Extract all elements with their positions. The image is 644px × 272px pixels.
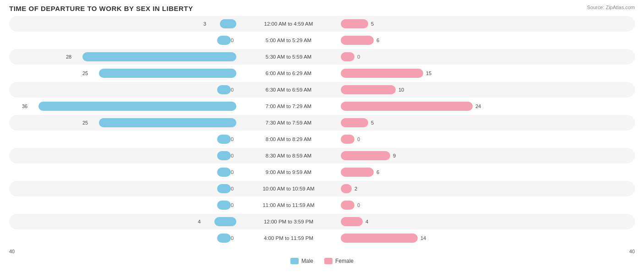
male-bar: [38, 102, 236, 111]
right-bar-area: 15: [339, 69, 568, 78]
male-value: 4: [198, 219, 201, 224]
right-bar-area: 6: [339, 168, 568, 177]
right-bar-area: 5: [339, 118, 568, 127]
female-value: 24: [475, 103, 481, 109]
female-value: 5: [371, 21, 374, 27]
female-value: 14: [420, 235, 426, 241]
male-value-zero: 0: [231, 169, 234, 175]
right-bar-area: 4: [339, 217, 568, 226]
female-bar-stub: [341, 52, 355, 61]
left-bar-area: 36: [9, 102, 238, 111]
left-bar-area: 0: [9, 234, 238, 243]
female-value-zero: 0: [357, 136, 360, 142]
female-bar-stub: [341, 201, 355, 210]
left-bar-area: 25: [9, 118, 238, 127]
left-bar-area: 0: [9, 36, 238, 45]
chart-container: TIME OF DEPARTURE TO WORK BY SEX IN LIBE…: [0, 0, 644, 272]
right-bar-area: 24: [339, 102, 568, 111]
right-bar-area: 0: [339, 52, 568, 61]
legend-male-label: Male: [301, 258, 313, 264]
legend: Male Female: [9, 258, 635, 264]
female-bar: [341, 85, 396, 94]
female-bar: [341, 118, 368, 127]
male-value-zero: 0: [231, 235, 234, 241]
male-value-zero: 0: [231, 186, 234, 191]
time-label: 11:00 AM to 11:59 AM: [238, 202, 339, 208]
male-bar-stub: [217, 201, 231, 210]
chart-row: 08:00 AM to 8:29 AM0: [9, 131, 635, 147]
chart-row: 04:00 PM to 11:59 PM14: [9, 230, 635, 246]
male-value: 25: [82, 120, 88, 125]
left-bar-area: 25: [9, 69, 238, 78]
time-label: 12:00 PM to 3:59 PM: [238, 219, 339, 224]
time-label: 5:30 AM to 5:59 AM: [238, 54, 339, 60]
chart-row: 256:00 AM to 6:29 AM15: [9, 65, 635, 81]
time-label: 7:30 AM to 7:59 AM: [238, 120, 339, 125]
female-value: 6: [377, 38, 379, 43]
chart-row: 011:00 AM to 11:59 AM0: [9, 197, 635, 213]
male-bar: [99, 118, 236, 127]
female-bar: [341, 151, 390, 160]
female-bar: [341, 168, 374, 177]
right-bar-area: 0: [339, 201, 568, 210]
male-value-zero: 0: [231, 38, 234, 43]
chart-row: 367:00 AM to 7:29 AM24: [9, 98, 635, 114]
male-value-zero: 0: [231, 153, 234, 158]
time-label: 8:30 AM to 8:59 AM: [238, 153, 339, 158]
legend-male-box: [290, 258, 299, 264]
chart-row: 285:30 AM to 5:59 AM0: [9, 49, 635, 65]
time-label: 5:00 AM to 5:29 AM: [238, 38, 339, 43]
male-bar-stub: [217, 168, 231, 177]
time-label: 8:00 AM to 8:29 AM: [238, 136, 339, 142]
time-label: 6:30 AM to 6:59 AM: [238, 87, 339, 92]
axis-left: 40: [9, 249, 15, 254]
source-text: Source: ZipAtlas.com: [587, 5, 635, 10]
female-bar: [341, 36, 374, 45]
male-value: 3: [203, 21, 206, 27]
female-value: 5: [371, 120, 374, 125]
female-bar: [341, 234, 418, 243]
right-bar-area: 0: [339, 135, 568, 144]
left-bar-area: 3: [9, 19, 238, 28]
female-value: 6: [377, 169, 379, 175]
female-bar: [341, 102, 473, 111]
male-value-zero: 0: [231, 87, 234, 92]
female-value: 10: [398, 87, 404, 92]
chart-row: 08:30 AM to 8:59 AM9: [9, 148, 635, 163]
axis-labels: 40 40: [9, 247, 635, 256]
male-bar: [220, 19, 236, 28]
time-label: 12:00 AM to 4:59 AM: [238, 21, 339, 27]
axis-right: 40: [629, 249, 635, 254]
left-bar-area: 0: [9, 184, 238, 193]
right-bar-area: 14: [339, 234, 568, 243]
legend-female-label: Female: [335, 258, 354, 264]
male-value-zero: 0: [231, 136, 234, 142]
chart-area: 312:00 AM to 4:59 AM505:00 AM to 5:29 AM…: [9, 16, 635, 246]
right-bar-area: 10: [339, 85, 568, 94]
male-bar-stub: [217, 135, 231, 144]
female-bar: [341, 19, 368, 28]
chart-row: 412:00 PM to 3:59 PM4: [9, 214, 635, 229]
legend-male: Male: [290, 258, 313, 264]
male-bar: [82, 52, 236, 61]
chart-row: 010:00 AM to 10:59 AM2: [9, 181, 635, 196]
male-bar: [99, 69, 236, 78]
time-label: 10:00 AM to 10:59 AM: [238, 186, 339, 191]
female-bar-stub: [341, 135, 355, 144]
chart-row: 09:00 AM to 9:59 AM6: [9, 164, 635, 180]
left-bar-area: 0: [9, 151, 238, 160]
chart-row: 06:30 AM to 6:59 AM10: [9, 82, 635, 98]
right-bar-area: 9: [339, 151, 568, 160]
chart-title: TIME OF DEPARTURE TO WORK BY SEX IN LIBE…: [9, 5, 635, 12]
female-bar: [341, 69, 423, 78]
time-label: 6:00 AM to 6:29 AM: [238, 71, 339, 76]
female-value-zero: 0: [357, 202, 360, 208]
male-value: 36: [22, 103, 27, 109]
female-bar: [341, 184, 352, 193]
female-value-zero: 0: [357, 54, 360, 60]
time-label: 9:00 AM to 9:59 AM: [238, 169, 339, 175]
female-bar: [341, 217, 363, 226]
male-bar-stub: [217, 36, 231, 45]
left-bar-area: 0: [9, 201, 238, 210]
male-value: 28: [66, 54, 71, 60]
